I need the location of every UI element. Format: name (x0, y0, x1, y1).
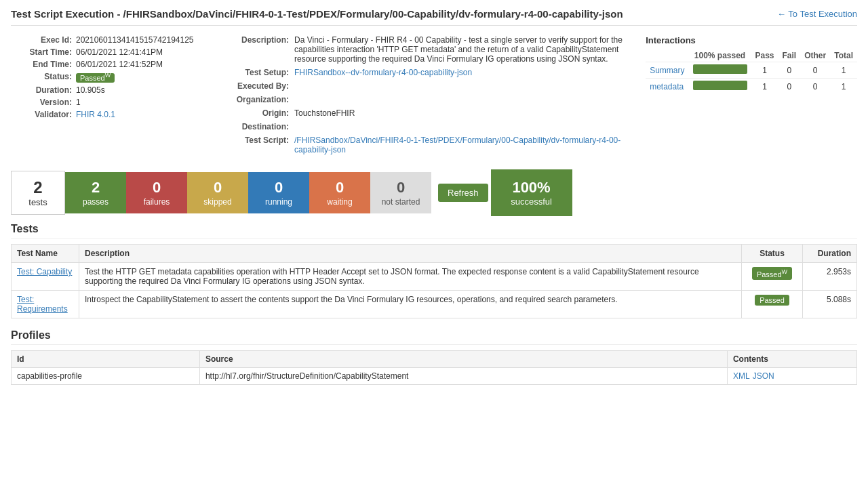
interaction-row: metadata1001 (646, 79, 857, 95)
test-status-cell: PassedW (742, 263, 803, 291)
test-duration: 5.088s (803, 291, 857, 318)
exec-id-label: Exec Id: (11, 35, 72, 45)
skipped-num: 0 (198, 179, 237, 196)
profile-contents: XMLJSON (727, 368, 856, 385)
interactions-panel: Interactions 100% passed Pass Fail Other… (646, 35, 857, 159)
skipped-box: 0 skipped (187, 172, 248, 213)
status-badge: PassedW (76, 73, 115, 83)
waiting-label: waiting (327, 197, 352, 207)
executed-by-value (294, 81, 632, 91)
interaction-name-link[interactable]: metadata (650, 82, 684, 91)
col-fail-header: Fail (778, 49, 801, 62)
test-setup-label: Test Setup: (214, 68, 289, 77)
origin-label: Origin: (214, 108, 289, 118)
failures-label: failures (144, 197, 170, 207)
status-badge: Passed (755, 295, 789, 306)
progress-bar-wrap (693, 81, 747, 90)
destination-label: Destination: (214, 122, 289, 131)
version-value: 1 (76, 98, 81, 107)
tests-count-num: 2 (22, 178, 54, 197)
organization-label: Organization: (214, 95, 289, 104)
back-to-test-execution-link[interactable]: ← To Test Execution (777, 9, 857, 19)
profile-source-col-header: Source (199, 351, 727, 368)
destination-value (294, 122, 632, 131)
end-time-value: 06/01/2021 12:41:52PM (76, 60, 163, 69)
progress-bar-fill (693, 64, 747, 74)
failures-box: 0 failures (126, 172, 187, 213)
col-other-header: Other (800, 49, 830, 62)
running-num: 0 (259, 179, 298, 196)
interaction-pass: 1 (751, 62, 778, 79)
table-row: Test: RequirementsIntrospect the Capabil… (12, 291, 857, 318)
status-value: PassedW (76, 72, 115, 83)
waiting-num: 0 (320, 179, 359, 196)
passes-label: passes (83, 197, 108, 207)
info-section: Exec Id: 20210601134141515742194125 Star… (11, 35, 857, 159)
stats-row: 2 tests 2 passes 0 failures 0 skipped 0 … (11, 169, 857, 216)
description-label: Description: (214, 35, 289, 64)
test-script-label: Test Script: (214, 136, 289, 154)
tests-count-box: 2 tests (11, 171, 65, 215)
success-box: 100% successful (491, 169, 572, 216)
page-title: Test Script Execution - /FHIRSandbox/DaV… (11, 8, 623, 20)
test-name-col-header: Test Name (12, 245, 79, 263)
validator-label: Validator: (11, 110, 72, 119)
interaction-pass: 1 (751, 79, 778, 95)
test-duration-col-header: Duration (803, 245, 857, 263)
progress-bar-fill (693, 81, 747, 90)
json-link[interactable]: JSON (753, 371, 774, 381)
table-row: Test: CapabilityTest the HTTP GET metada… (12, 263, 857, 291)
not-started-label: not started (382, 197, 420, 207)
profiles-table: Id Source Contents capabilities-profileh… (11, 350, 857, 385)
status-badge: PassedW (752, 267, 792, 280)
running-box: 0 running (248, 172, 309, 213)
status-label: Status: (11, 72, 72, 83)
interactions-title: Interactions (646, 35, 857, 45)
start-time-value: 06/01/2021 12:41:41PM (76, 47, 163, 57)
end-time-label: End Time: (11, 60, 72, 69)
not-started-box: 0 not started (370, 172, 431, 213)
interaction-other: 0 (800, 79, 830, 95)
waiting-box: 0 waiting (309, 172, 370, 213)
not-started-num: 0 (381, 179, 420, 196)
interaction-fail: 0 (778, 79, 801, 95)
test-setup-link[interactable]: FHIRSandbox--dv-formulary-r4-00-capabili… (294, 68, 472, 77)
interactions-table: 100% passed Pass Fail Other Total Summar… (646, 49, 857, 94)
profile-id: capabilities-profile (12, 368, 200, 385)
running-label: running (265, 197, 292, 207)
interaction-name-link[interactable]: Summary (650, 66, 684, 75)
col-100passed-header: 100% passed (689, 49, 751, 62)
profile-id-col-header: Id (12, 351, 200, 368)
start-time-label: Start Time: (11, 47, 72, 57)
exec-info-middle: Description: Da Vinci - Formulary - FHIR… (214, 35, 632, 159)
validator-link[interactable]: FHIR 4.0.1 (76, 110, 115, 119)
test-description: Introspect the CapabilityStatement to as… (79, 291, 742, 318)
test-description: Test the HTTP GET metadata capabilities … (79, 263, 742, 291)
test-name-link[interactable]: Test: Capability (17, 267, 72, 276)
test-duration: 2.953s (803, 263, 857, 291)
col-total-header: Total (830, 49, 857, 62)
interaction-total: 1 (830, 62, 857, 79)
interaction-other: 0 (800, 62, 830, 79)
description-value: Da Vinci - Formulary - FHIR R4 - 00 Capa… (294, 35, 632, 64)
profile-source: http://hl7.org/fhir/StructureDefinition/… (199, 368, 727, 385)
tests-count-label: tests (28, 197, 47, 207)
test-name-link[interactable]: Test: Requirements (17, 295, 68, 314)
xml-link[interactable]: XML (733, 371, 750, 381)
duration-label: Duration: (11, 85, 72, 95)
test-desc-col-header: Description (79, 245, 742, 263)
refresh-button[interactable]: Refresh (438, 184, 488, 202)
passes-box: 2 passes (65, 172, 126, 213)
duration-value: 10.905s (76, 85, 105, 95)
col-name-header (646, 49, 688, 62)
col-pass-header: Pass (751, 49, 778, 62)
tests-table: Test Name Description Status Duration Te… (11, 244, 857, 318)
success-label: successful (505, 196, 559, 207)
interaction-total: 1 (830, 79, 857, 95)
profile-contents-col-header: Contents (727, 351, 856, 368)
test-script-link[interactable]: /FHIRSandbox/DaVinci/FHIR4-0-1-Test/PDEX… (294, 136, 632, 154)
executed-by-label: Executed By: (214, 81, 289, 91)
test-status-cell: Passed (742, 291, 803, 318)
progress-bar-wrap (693, 64, 747, 74)
organization-value (294, 95, 632, 104)
